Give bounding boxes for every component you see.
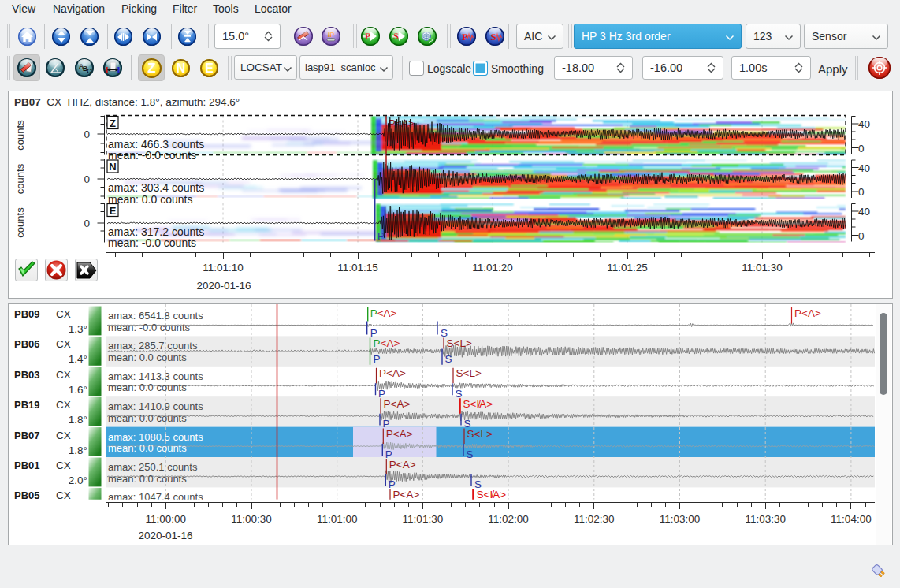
svg-text:P: P <box>377 230 385 242</box>
svg-text:P: P <box>392 508 400 520</box>
svg-text:amax: 1047.4 counts: amax: 1047.4 counts <box>108 491 203 503</box>
svg-text:PB01: PB01 <box>14 460 40 471</box>
svg-text:IP: IP <box>328 31 335 39</box>
svg-text:amax: 6541.8 counts: amax: 6541.8 counts <box>108 310 203 322</box>
svg-text:P<A>: P<A> <box>794 307 821 319</box>
svg-text:11:03:30: 11:03:30 <box>745 513 786 525</box>
svg-text:S: S <box>478 508 485 520</box>
svg-text:mean: 0.0 counts: mean: 0.0 counts <box>108 412 187 424</box>
svg-text:CX: CX <box>56 460 71 471</box>
svg-text:C: C <box>87 67 91 74</box>
svg-text:Z: Z <box>110 117 116 129</box>
svg-text:11:01:15: 11:01:15 <box>337 262 378 274</box>
svg-text:P<A>: P<A> <box>389 459 416 471</box>
svg-text:11:01:20: 11:01:20 <box>472 262 513 274</box>
svg-text:CX: CX <box>56 489 71 501</box>
svg-text:mean: 0.0 counts: mean: 0.0 counts <box>108 473 187 485</box>
svg-text:0: 0 <box>858 143 865 154</box>
svg-text:1.3°: 1.3° <box>69 323 87 335</box>
svg-text:PB03: PB03 <box>14 369 40 381</box>
svg-text:2.0°: 2.0° <box>69 474 87 486</box>
svg-text:S: S <box>456 388 463 400</box>
svg-text:P<A>: P<A> <box>374 337 400 349</box>
svg-text:1.4°: 1.4° <box>69 353 87 365</box>
svg-text:11:04:00: 11:04:00 <box>831 513 872 525</box>
svg-text:1.6°: 1.6° <box>69 384 87 396</box>
svg-text:11:00:00: 11:00:00 <box>146 513 187 525</box>
svg-text:amax: 1410.9 counts: amax: 1410.9 counts <box>108 400 203 412</box>
svg-text:S: S <box>467 448 474 460</box>
svg-text:CX: CX <box>56 369 71 381</box>
svg-text:counts: counts <box>14 207 26 238</box>
svg-text:11:02:00: 11:02:00 <box>488 513 529 525</box>
svg-text:CX: CX <box>56 308 71 320</box>
svg-text:amax: 250.1 counts: amax: 250.1 counts <box>108 461 198 473</box>
svg-text:11:01:00: 11:01:00 <box>317 513 358 525</box>
svg-text:P: P <box>374 353 381 365</box>
svg-text:P: P <box>462 31 468 43</box>
svg-text:counts: counts <box>14 120 26 151</box>
svg-text:40: 40 <box>858 206 870 218</box>
svg-text:P<A>: P<A> <box>370 307 397 319</box>
svg-text:0: 0 <box>84 218 90 229</box>
svg-text:counts: counts <box>14 163 26 194</box>
svg-text:amax: 1080.5 counts: amax: 1080.5 counts <box>108 431 203 443</box>
svg-text:amax: 1413.3 counts: amax: 1413.3 counts <box>108 370 203 382</box>
svg-text:40: 40 <box>858 118 870 130</box>
svg-text:PB19: PB19 <box>14 399 40 411</box>
svg-text:2020-01-16: 2020-01-16 <box>138 530 192 541</box>
svg-text:2020-01-16: 2020-01-16 <box>196 280 251 292</box>
svg-text:11:00:30: 11:00:30 <box>231 513 272 525</box>
svg-text:11:03:00: 11:03:00 <box>660 513 701 525</box>
svg-text:1.8°: 1.8° <box>69 445 87 456</box>
svg-text:0: 0 <box>858 230 865 242</box>
svg-text:S: S <box>393 32 398 41</box>
svg-text:11:01:30: 11:01:30 <box>742 262 783 274</box>
svg-text:0: 0 <box>84 128 90 140</box>
svg-text:mean: 0.0 counts: mean: 0.0 counts <box>108 352 187 363</box>
svg-text:11:01:30: 11:01:30 <box>403 513 444 525</box>
svg-text:mean: -0.0 counts: mean: -0.0 counts <box>108 236 196 249</box>
svg-text:11:01:10: 11:01:10 <box>203 262 244 274</box>
svg-text:11:02:30: 11:02:30 <box>574 513 615 525</box>
svg-text:CX: CX <box>56 338 71 350</box>
svg-text:mean: 0.0 counts: mean: 0.0 counts <box>108 193 192 206</box>
svg-text:1.8°: 1.8° <box>69 414 87 426</box>
svg-text:PB05: PB05 <box>14 489 40 501</box>
svg-text:S<L>: S<L> <box>456 367 482 379</box>
svg-text:amax: 285.7 counts: amax: 285.7 counts <box>108 340 198 352</box>
svg-text:S: S <box>445 353 452 365</box>
svg-text:P<A>: P<A> <box>393 489 420 501</box>
svg-text:P<A>: P<A> <box>384 398 411 410</box>
svg-text:S<L>: S<L> <box>447 337 472 349</box>
svg-text:mean: -0.0 counts: mean: -0.0 counts <box>108 322 191 333</box>
svg-text:N: N <box>109 161 116 173</box>
svg-text:P<A>: P<A> <box>379 367 406 379</box>
svg-text:2.1°: 2.1° <box>69 504 87 516</box>
svg-text:0: 0 <box>84 173 90 185</box>
svg-text:S<I̸A>: S<I̸A> <box>463 398 493 410</box>
svg-text:PB06: PB06 <box>14 338 40 350</box>
svg-text:P<A>: P<A> <box>386 428 413 440</box>
svg-text:S: S <box>490 31 496 43</box>
svg-text:S<I̸A>: S<I̸A> <box>477 489 507 501</box>
svg-text:0: 0 <box>858 186 865 198</box>
svg-text:mean: 0.0 counts: mean: 0.0 counts <box>108 381 187 393</box>
svg-text:PB07: PB07 <box>14 430 40 441</box>
svg-text:mean: 0.0 counts: mean: 0.0 counts <box>108 442 187 454</box>
svg-text:P: P <box>365 32 370 41</box>
svg-text:E: E <box>110 205 117 217</box>
svg-text:S<L>: S<L> <box>467 428 493 440</box>
svg-text:CX: CX <box>56 430 71 441</box>
svg-text:11:01:25: 11:01:25 <box>607 262 648 274</box>
svg-text:PB09: PB09 <box>14 308 40 320</box>
svg-text:40: 40 <box>858 162 870 174</box>
svg-text:CX: CX <box>56 399 71 411</box>
